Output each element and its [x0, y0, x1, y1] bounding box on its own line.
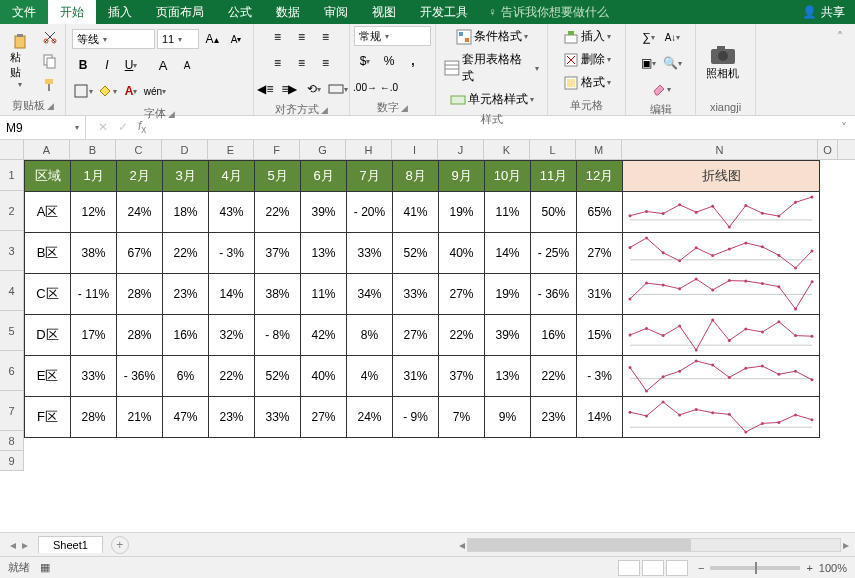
scroll-left-icon[interactable]: ◂ [459, 538, 465, 552]
increase-indent-button[interactable]: ≡▶ [279, 78, 301, 100]
tab-home[interactable]: 开始 [48, 0, 96, 24]
align-top-button[interactable]: ≡ [267, 26, 289, 48]
data-cell[interactable]: 27% [393, 315, 439, 356]
increase-decimal-button[interactable]: .00→ [354, 76, 376, 98]
view-pagebreak-button[interactable] [666, 560, 688, 576]
data-cell[interactable]: 27% [439, 274, 485, 315]
data-cell[interactable]: 43% [209, 192, 255, 233]
data-cell[interactable]: 33% [393, 274, 439, 315]
row-header[interactable]: 5 [0, 311, 23, 351]
data-cell[interactable]: 65% [577, 192, 623, 233]
data-cell[interactable]: 21% [117, 397, 163, 438]
share-button[interactable]: 👤 共享 [792, 4, 855, 21]
column-header[interactable]: F [254, 140, 300, 159]
font-size-combo[interactable]: 11▾ [157, 29, 199, 49]
view-pagelayout-button[interactable] [642, 560, 664, 576]
zoom-out-button[interactable]: − [698, 562, 704, 574]
data-cell[interactable]: - 3% [577, 356, 623, 397]
region-cell[interactable]: F区 [25, 397, 71, 438]
region-cell[interactable]: B区 [25, 233, 71, 274]
font-name-combo[interactable]: 等线▾ [72, 29, 155, 49]
region-cell[interactable]: C区 [25, 274, 71, 315]
data-cell[interactable]: 33% [347, 233, 393, 274]
region-cell[interactable]: A区 [25, 192, 71, 233]
percent-button[interactable]: % [378, 50, 400, 72]
tab-pagelayout[interactable]: 页面布局 [144, 0, 216, 24]
data-cell[interactable]: 16% [531, 315, 577, 356]
zoom-level[interactable]: 100% [819, 562, 847, 574]
tab-file[interactable]: 文件 [0, 0, 48, 24]
number-format-combo[interactable]: 常规▾ [354, 26, 431, 46]
data-cell[interactable]: - 36% [531, 274, 577, 315]
data-cell[interactable]: 50% [531, 192, 577, 233]
data-cell[interactable]: 33% [71, 356, 117, 397]
data-cell[interactable]: 40% [301, 356, 347, 397]
increase-font-button[interactable]: A▴ [201, 28, 223, 50]
data-cell[interactable]: - 20% [347, 192, 393, 233]
row-header[interactable]: 2 [0, 191, 23, 231]
data-cell[interactable]: 31% [577, 274, 623, 315]
data-cell[interactable]: 28% [117, 315, 163, 356]
data-cell[interactable]: 19% [485, 274, 531, 315]
column-header[interactable]: D [162, 140, 208, 159]
table-header-cell[interactable]: 3月 [163, 161, 209, 192]
column-header[interactable]: H [346, 140, 392, 159]
macro-record-icon[interactable]: ▦ [40, 561, 50, 574]
decrease-indent-button[interactable]: ◀≡ [255, 78, 277, 100]
column-header[interactable]: L [530, 140, 576, 159]
autosum-button[interactable]: ∑▾ [638, 26, 660, 48]
merge-button[interactable]: ▾ [327, 78, 349, 100]
table-header-cell[interactable]: 4月 [209, 161, 255, 192]
format-painter-button[interactable] [39, 74, 61, 96]
column-header[interactable]: I [392, 140, 438, 159]
cut-button[interactable] [39, 26, 61, 48]
row-header[interactable]: 1 [0, 160, 23, 191]
data-cell[interactable]: 42% [301, 315, 347, 356]
data-cell[interactable]: 14% [577, 397, 623, 438]
fill-color-button[interactable]: ▾ [96, 80, 118, 102]
data-cell[interactable]: 11% [301, 274, 347, 315]
orientation-button[interactable]: ⟲▾ [303, 78, 325, 100]
cell-styles-button[interactable]: 单元格样式▾ [440, 89, 543, 110]
data-cell[interactable]: 33% [255, 397, 301, 438]
data-cell[interactable]: 31% [393, 356, 439, 397]
sparkline-cell[interactable] [623, 274, 820, 315]
data-cell[interactable]: - 11% [71, 274, 117, 315]
data-cell[interactable]: 22% [209, 356, 255, 397]
table-header-cell[interactable]: 9月 [439, 161, 485, 192]
align-right-button[interactable]: ≡ [315, 52, 337, 74]
data-cell[interactable]: 52% [255, 356, 301, 397]
grow-font-a-button[interactable]: A [152, 54, 174, 76]
region-cell[interactable]: E区 [25, 356, 71, 397]
table-header-cell[interactable]: 12月 [577, 161, 623, 192]
bold-button[interactable]: B [72, 54, 94, 76]
row-header[interactable]: 4 [0, 271, 23, 311]
data-cell[interactable]: 23% [531, 397, 577, 438]
data-cell[interactable]: 22% [163, 233, 209, 274]
data-cell[interactable]: 17% [71, 315, 117, 356]
comma-button[interactable]: , [402, 50, 424, 72]
column-header[interactable]: M [576, 140, 622, 159]
sort-filter-button[interactable]: A↓▾ [662, 26, 684, 48]
column-header[interactable]: G [300, 140, 346, 159]
data-cell[interactable]: 9% [485, 397, 531, 438]
font-dialog-launcher[interactable]: ◢ [168, 109, 175, 119]
add-sheet-button[interactable]: + [111, 536, 129, 554]
data-cell[interactable]: - 9% [393, 397, 439, 438]
tab-data[interactable]: 数据 [264, 0, 312, 24]
format-cells-button[interactable]: 格式▾ [552, 72, 621, 93]
scroll-right-icon[interactable]: ▸ [843, 538, 849, 552]
data-cell[interactable]: 37% [439, 356, 485, 397]
table-header-cell[interactable]: 11月 [531, 161, 577, 192]
column-header[interactable]: A [24, 140, 70, 159]
borders-button[interactable]: ▾ [72, 80, 94, 102]
row-header[interactable]: 3 [0, 231, 23, 271]
paste-button[interactable]: 粘贴 ▾ [4, 32, 35, 91]
data-cell[interactable]: 24% [117, 192, 163, 233]
find-button[interactable]: 🔍▾ [662, 52, 684, 74]
data-cell[interactable]: 6% [163, 356, 209, 397]
sparkline-cell[interactable] [623, 192, 820, 233]
data-cell[interactable]: - 3% [209, 233, 255, 274]
shrink-font-a-button[interactable]: A [176, 54, 198, 76]
data-cell[interactable]: 38% [255, 274, 301, 315]
